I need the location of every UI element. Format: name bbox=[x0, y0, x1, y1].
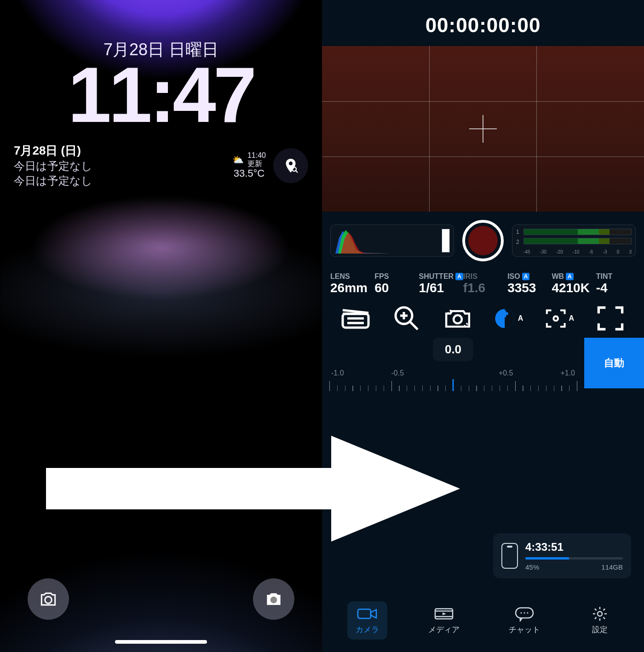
calendar-line: 今日は予定なし bbox=[14, 173, 92, 188]
tab-chat[interactable]: チャット bbox=[500, 601, 548, 640]
param-lens[interactable]: LENS 26mm bbox=[330, 272, 370, 295]
weather-update-label: 更新 bbox=[247, 160, 266, 168]
frame-button[interactable] bbox=[596, 307, 625, 329]
camera-swap-icon bbox=[443, 308, 472, 329]
timecode: 00:00:00:00 bbox=[322, 0, 644, 46]
auto-badge: A bbox=[522, 273, 530, 280]
histogram[interactable] bbox=[330, 225, 454, 257]
camera-app: 00:00:00:00 12 -45 -30 -20 -1 bbox=[322, 0, 644, 652]
auto-exposure-button[interactable]: 自動 bbox=[584, 338, 644, 388]
remaining-time: 4:33:51 bbox=[525, 541, 623, 554]
lock-widgets: 7月28日 (日) 今日は予定なし 今日は予定なし ⛅ 11:40 更新 33.… bbox=[14, 143, 308, 188]
home-indicator[interactable] bbox=[115, 640, 207, 644]
param-shutter[interactable]: SHUTTERA 1/61 bbox=[419, 272, 459, 295]
param-wb[interactable]: WBA 4210K bbox=[552, 272, 591, 295]
auto-badge: A bbox=[566, 273, 574, 280]
exposure-icon: + bbox=[494, 307, 516, 329]
gear-icon bbox=[589, 606, 610, 622]
flashlight-button[interactable] bbox=[28, 578, 69, 620]
maps-widget[interactable] bbox=[273, 148, 308, 183]
histogram-icon bbox=[334, 229, 390, 254]
camera-tab-icon bbox=[357, 606, 378, 622]
weather-temp: 33.5°C bbox=[234, 167, 265, 179]
zoom-button[interactable] bbox=[392, 307, 421, 329]
focus-button[interactable]: A bbox=[545, 307, 574, 329]
phone-icon bbox=[501, 543, 518, 569]
viewfinder[interactable] bbox=[322, 46, 644, 212]
media-tab-icon bbox=[433, 606, 454, 622]
focus-icon bbox=[545, 307, 567, 329]
exposure-value: 0.0 bbox=[433, 338, 473, 361]
chat-tab-icon bbox=[514, 606, 535, 622]
svg-point-14 bbox=[523, 612, 525, 613]
tab-camera[interactable]: カメラ bbox=[347, 601, 387, 640]
pin-icon bbox=[282, 157, 299, 174]
auto-badge: A bbox=[455, 273, 463, 280]
svg-line-1 bbox=[296, 170, 298, 173]
svg-rect-10 bbox=[358, 609, 371, 618]
calendar-line: 今日は予定なし bbox=[14, 159, 92, 173]
tool-row: +A A bbox=[322, 298, 644, 334]
svg-point-3 bbox=[270, 597, 277, 604]
camera-icon bbox=[38, 589, 58, 609]
svg-point-2 bbox=[45, 597, 52, 604]
audio-meter[interactable]: 12 -45 -30 -20 -10 -6 -3 0 3 bbox=[512, 225, 636, 257]
storage-widget[interactable]: 4:33:51 45% 114GB bbox=[493, 533, 631, 578]
lens-swap-button[interactable] bbox=[443, 307, 472, 329]
slate-icon bbox=[341, 307, 370, 329]
tab-settings[interactable]: 設定 bbox=[581, 601, 619, 640]
record-button[interactable] bbox=[462, 220, 504, 261]
svg-point-13 bbox=[520, 612, 522, 613]
storage-percent: 45% bbox=[525, 563, 539, 571]
svg-rect-4 bbox=[343, 314, 368, 328]
weather-icon: ⛅ bbox=[232, 154, 244, 165]
exposure-bar bbox=[442, 229, 450, 253]
svg-point-9 bbox=[553, 316, 558, 321]
slate-button[interactable] bbox=[341, 307, 370, 329]
camera-params: LENS 26mm FPS 60 SHUTTERA 1/61 IRIS f1.6… bbox=[322, 264, 644, 298]
svg-point-15 bbox=[527, 612, 528, 613]
weather-widget[interactable]: ⛅ 11:40 更新 33.5°C bbox=[232, 151, 266, 179]
param-fps[interactable]: FPS 60 bbox=[374, 272, 414, 295]
tab-bar: カメラ メディア チャット 設定 bbox=[322, 592, 644, 652]
calendar-widget[interactable]: 7月28日 (日) 今日は予定なし 今日は予定なし bbox=[14, 143, 92, 188]
lock-screen: 7月28日 日曜日 11:47 7月28日 (日) 今日は予定なし 今日は予定な… bbox=[0, 0, 322, 652]
exposure-slider[interactable]: 0.0 -1.0 -0.5 +0.5 +1.0 bbox=[322, 338, 584, 388]
magnifier-icon bbox=[392, 304, 421, 333]
storage-size: 114GB bbox=[601, 563, 623, 571]
lock-time: 11:47 bbox=[0, 50, 322, 140]
camera-icon bbox=[264, 589, 284, 609]
svg-point-16 bbox=[598, 612, 602, 616]
param-iso[interactable]: ISOA 3353 bbox=[507, 272, 547, 295]
svg-text:+: + bbox=[502, 308, 507, 319]
weather-time: 11:40 bbox=[247, 151, 266, 160]
exposure-slider-row: 0.0 -1.0 -0.5 +0.5 +1.0 自動 bbox=[322, 338, 644, 388]
frame-icon bbox=[596, 304, 625, 333]
calendar-title: 7月28日 (日) bbox=[14, 143, 92, 159]
lock-bottom-actions bbox=[0, 578, 322, 620]
param-tint[interactable]: TINT -4 bbox=[596, 272, 636, 295]
camera-button[interactable] bbox=[253, 578, 294, 620]
storage-fill bbox=[525, 557, 569, 560]
param-iris: IRIS f1.6 bbox=[463, 272, 503, 295]
tab-media[interactable]: メディア bbox=[420, 601, 468, 640]
exposure-button[interactable]: +A bbox=[494, 307, 523, 329]
svg-point-6 bbox=[454, 315, 462, 323]
